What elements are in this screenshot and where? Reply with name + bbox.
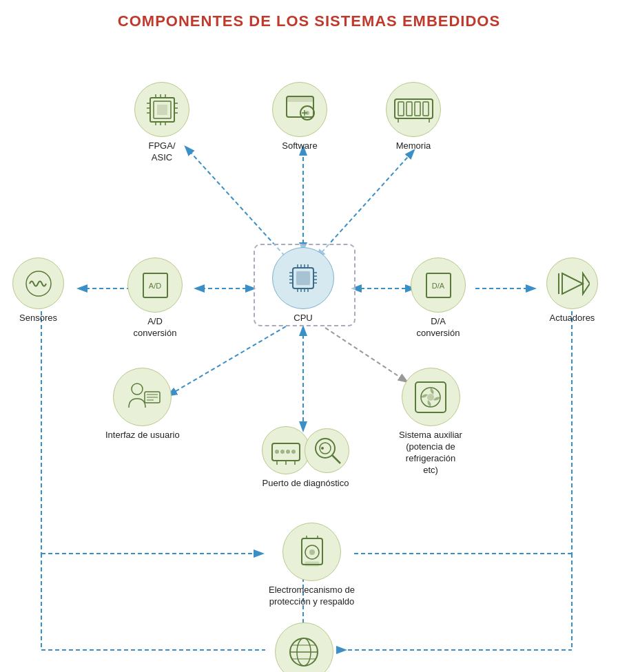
software-label: Software <box>282 140 317 152</box>
svg-point-97 <box>309 549 315 555</box>
electro-node: Electromecanismo de protección y respald… <box>269 523 355 608</box>
puerto-label: Puerto de diagnóstico <box>262 478 349 490</box>
svg-point-81 <box>275 450 279 454</box>
svg-point-83 <box>286 450 290 454</box>
svg-point-84 <box>291 450 296 454</box>
svg-text:D/A: D/A <box>431 282 444 290</box>
svg-point-94 <box>427 394 434 401</box>
sensores-node: Sensores <box>12 258 64 324</box>
electro-label: Electromecanismo de protección y respald… <box>269 585 355 608</box>
entorno-node: Entorno externo <box>272 622 336 672</box>
svg-point-75 <box>132 384 143 395</box>
svg-text:A/D: A/D <box>148 282 161 290</box>
svg-point-88 <box>316 439 335 458</box>
fpga-node: FPGA/ ASIC <box>134 82 189 164</box>
cpu-label: CPU <box>293 313 312 324</box>
memoria-label: Memoria <box>396 140 431 152</box>
fpga-label: FPGA/ ASIC <box>148 140 175 164</box>
svg-point-59 <box>305 111 309 115</box>
svg-point-91 <box>321 447 324 450</box>
svg-rect-55 <box>287 96 313 102</box>
svg-rect-64 <box>423 102 429 116</box>
ad-label: A/D conversión <box>134 316 177 339</box>
actuadores-label: Actuadores <box>550 313 595 324</box>
svg-point-82 <box>280 450 285 454</box>
da-label: D/A conversión <box>417 316 460 339</box>
sistema-aux-node: Sistema auxiliar (potencia de refrigerac… <box>386 368 475 476</box>
svg-rect-62 <box>406 102 412 116</box>
sistema-aux-label: Sistema auxiliar (potencia de refrigerac… <box>386 430 475 476</box>
actuadores-node: Actuadores <box>546 258 598 324</box>
svg-rect-100 <box>305 562 319 566</box>
puerto-node: Puerto de diagnóstico <box>262 426 349 490</box>
svg-rect-22 <box>296 271 310 285</box>
page-title: COMPONENTES DE LOS SISTEMAS EMBEDIDOS <box>0 0 618 30</box>
svg-rect-41 <box>157 105 167 115</box>
svg-line-2 <box>317 151 413 258</box>
sensores-label: Sensores <box>19 313 57 324</box>
svg-line-90 <box>332 455 340 463</box>
software-node: Software <box>272 82 327 152</box>
ad-node: A/D A/D conversión <box>127 258 183 339</box>
svg-line-7 <box>169 326 286 395</box>
da-node: D/A D/A conversión <box>411 258 466 339</box>
svg-marker-72 <box>562 273 583 294</box>
memoria-node: Memoria <box>386 82 441 152</box>
svg-rect-61 <box>398 102 404 116</box>
svg-rect-63 <box>415 102 420 116</box>
interfaz-label: Interfaz de usuario <box>105 430 180 441</box>
cpu-node: CPU <box>272 247 334 324</box>
interfaz-node: Interfaz de usuario <box>105 368 180 441</box>
